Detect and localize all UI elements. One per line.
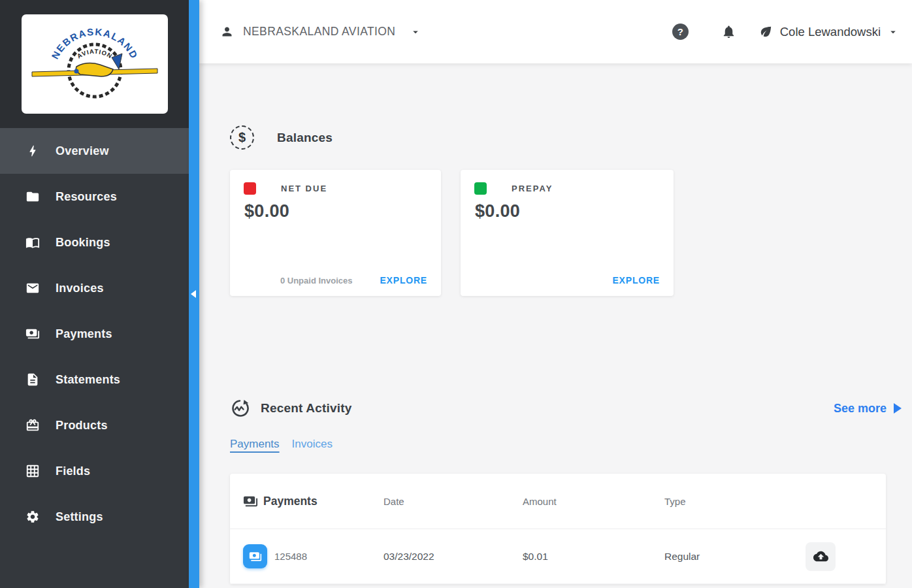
- net-due-label: NET DUE: [281, 184, 327, 193]
- help-button[interactable]: ?: [672, 24, 689, 40]
- recent-activity-title-group: Recent Activity: [230, 399, 352, 418]
- activity-refresh-icon: [230, 399, 250, 418]
- nebraskaland-aviation-logo-image: NEBRASKALAND AVIATION: [22, 14, 168, 114]
- payments-table-title-cell: Payments: [243, 494, 383, 509]
- prepay-card-header: PREPAY: [474, 182, 660, 195]
- download-receipt-button[interactable]: [806, 542, 836, 571]
- sidebar-collapse-stripe[interactable]: [189, 0, 199, 588]
- sidebar: NEBRASKALAND AVIATION Overview: [0, 0, 189, 588]
- main-area: NEBRASKALAND AVIATION ? Cole Lewandowski: [199, 0, 912, 588]
- balance-cards: NET DUE $0.00 0 Unpaid Invoices EXPLORE …: [230, 170, 902, 296]
- net-due-card-header: NET DUE: [244, 182, 427, 195]
- envelope-icon: [25, 280, 41, 296]
- sidebar-item-label: Resources: [56, 190, 117, 204]
- sidebar-item-invoices[interactable]: Invoices: [0, 265, 189, 311]
- sidebar-item-settings[interactable]: Settings: [0, 494, 189, 540]
- sidebar-item-label: Invoices: [56, 282, 104, 295]
- chevron-down-icon: [410, 26, 421, 38]
- sidebar-item-label: Statements: [56, 373, 120, 387]
- net-due-explore-link[interactable]: EXPLORE: [380, 275, 427, 286]
- prepay-amount: $0.00: [475, 201, 660, 221]
- tab-payments[interactable]: Payments: [230, 438, 280, 451]
- collapse-arrow-icon[interactable]: [191, 290, 196, 298]
- sidebar-item-label: Bookings: [56, 236, 110, 250]
- app: NEBRASKALAND AVIATION Overview: [0, 0, 912, 588]
- net-due-amount: $0.00: [244, 201, 427, 221]
- bell-icon: [721, 24, 736, 39]
- balances-header: $ Balances: [230, 125, 902, 150]
- book-icon: [25, 235, 41, 250]
- sidebar-item-label: Payments: [56, 327, 112, 341]
- payments-table-card: Payments Date Amount Type 125488 03/23/2…: [230, 474, 886, 584]
- arrow-right-icon: [894, 403, 902, 414]
- user-name: Cole Lewandowski: [780, 25, 881, 39]
- payment-type: Regular: [664, 551, 806, 563]
- content: $ Balances NET DUE $0.00 0 Unpaid Invoic…: [199, 63, 912, 588]
- column-header-date: Date: [383, 496, 523, 507]
- chevron-down-icon: [887, 26, 899, 38]
- prepay-card: PREPAY $0.00 EXPLORE: [461, 170, 674, 296]
- gift-icon: [25, 417, 41, 433]
- sidebar-item-overview[interactable]: Overview: [0, 128, 189, 174]
- payment-tile-icon: [243, 544, 267, 568]
- folder-icon: [25, 189, 41, 204]
- see-more-link[interactable]: See more: [834, 402, 902, 416]
- balances-title: Balances: [277, 131, 333, 145]
- person-icon: [220, 25, 234, 39]
- document-icon: [25, 372, 41, 387]
- sidebar-item-label: Products: [56, 419, 108, 433]
- payment-id: 125488: [274, 551, 307, 562]
- sidebar-item-resources[interactable]: Resources: [0, 174, 189, 220]
- sidebar-item-statements[interactable]: Statements: [0, 357, 189, 402]
- prepay-status-square: [474, 182, 487, 195]
- column-header-amount: Amount: [523, 496, 664, 507]
- net-due-status-square: [244, 182, 256, 195]
- payment-date: 03/23/2022: [383, 551, 523, 563]
- leaf-icon: [758, 24, 774, 39]
- table-row[interactable]: 125488 03/23/2022 $0.01 Regular: [230, 529, 886, 584]
- gear-icon: [25, 509, 41, 525]
- sidebar-item-bookings[interactable]: Bookings: [0, 220, 189, 265]
- net-due-footer: 0 Unpaid Invoices EXPLORE: [244, 275, 427, 286]
- payment-id-cell: 125488: [243, 544, 383, 568]
- prepay-explore-link[interactable]: EXPLORE: [612, 275, 660, 286]
- net-due-card: NET DUE $0.00 0 Unpaid Invoices EXPLORE: [230, 170, 441, 296]
- sidebar-item-payments[interactable]: Payments: [0, 311, 189, 357]
- cloud-download-icon: [813, 549, 828, 564]
- see-more-label: See more: [834, 402, 887, 416]
- payment-amount: $0.01: [523, 551, 664, 563]
- sidebar-item-fields[interactable]: Fields: [0, 448, 189, 494]
- grid-icon: [25, 463, 41, 479]
- prepay-footer: EXPLORE: [474, 275, 660, 286]
- help-glyph: ?: [677, 26, 683, 37]
- org-name: NEBRASKALAND AVIATION: [243, 25, 395, 39]
- sidebar-item-label: Settings: [56, 510, 103, 524]
- cash-icon: [243, 494, 258, 509]
- recent-activity-tabs: Payments Invoices: [230, 438, 902, 451]
- recent-activity-title: Recent Activity: [261, 401, 352, 416]
- sidebar-nav: Overview Resources Bookings Invoices: [0, 128, 189, 540]
- dollar-glyph: $: [238, 130, 246, 145]
- tab-invoices[interactable]: Invoices: [292, 438, 333, 451]
- bolt-icon: [25, 143, 41, 159]
- logo-area: NEBRASKALAND AVIATION: [0, 0, 189, 128]
- sidebar-item-products[interactable]: Products: [0, 402, 189, 448]
- notifications-button[interactable]: [721, 24, 736, 39]
- topbar-right: ? Cole Lewandowski: [672, 24, 899, 40]
- user-menu[interactable]: Cole Lewandowski: [758, 24, 899, 39]
- cash-icon: [25, 326, 41, 342]
- sidebar-item-label: Fields: [56, 465, 90, 478]
- column-header-type: Type: [664, 496, 806, 507]
- company-logo: NEBRASKALAND AVIATION: [22, 14, 168, 114]
- prepay-label: PREPAY: [512, 184, 553, 193]
- unpaid-invoices-count: 0 Unpaid Invoices: [280, 276, 353, 286]
- payments-table-header: Payments Date Amount Type: [230, 474, 886, 529]
- org-selector[interactable]: NEBRASKALAND AVIATION: [220, 25, 421, 39]
- payments-table-title: Payments: [263, 495, 318, 508]
- dollar-circle-icon: $: [230, 125, 254, 150]
- topbar: NEBRASKALAND AVIATION ? Cole Lewandowski: [199, 0, 912, 63]
- sidebar-item-label: Overview: [56, 144, 109, 158]
- recent-activity-header: Recent Activity See more: [230, 399, 902, 418]
